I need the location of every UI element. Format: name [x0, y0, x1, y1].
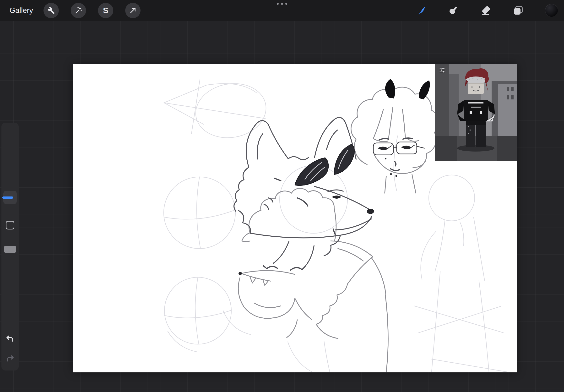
- smudge-icon[interactable]: [447, 5, 459, 16]
- undo-arrow-icon: [6, 334, 14, 343]
- reference-image[interactable]: [435, 64, 517, 161]
- reference-photo-content: [435, 64, 517, 161]
- wrench-icon: [47, 7, 55, 14]
- undo-button[interactable]: [6, 334, 14, 343]
- selection-button[interactable]: S: [98, 3, 113, 18]
- magic-wand-icon: [75, 7, 82, 14]
- drawing-canvas[interactable]: [73, 64, 517, 372]
- actions-button[interactable]: [43, 3, 59, 18]
- modify-button[interactable]: [6, 221, 14, 229]
- ellipsis-icon: [285, 3, 287, 5]
- brush-icon[interactable]: [415, 5, 426, 16]
- hsl-sliders-icon[interactable]: [439, 67, 445, 73]
- eraser-icon[interactable]: [480, 5, 491, 16]
- redo-arrow-icon: [6, 354, 14, 363]
- color-swatch[interactable]: [545, 4, 558, 17]
- redo-button[interactable]: [6, 354, 14, 363]
- selection-s-icon: S: [103, 6, 109, 14]
- brush-size-slider[interactable]: [3, 191, 17, 204]
- brush-size-indicator: [2, 196, 13, 199]
- layers-icon[interactable]: [512, 5, 524, 16]
- transform-arrow-icon: [129, 7, 137, 14]
- ellipsis-icon: [281, 3, 283, 5]
- opacity-slider[interactable]: [4, 246, 16, 253]
- top-toolbar: Gallery S: [0, 0, 564, 21]
- procreate-workspace: Gallery S: [0, 0, 564, 392]
- side-toolbar: [1, 123, 19, 370]
- transform-button[interactable]: [125, 3, 140, 18]
- adjustments-button[interactable]: [71, 3, 86, 18]
- gallery-button[interactable]: Gallery: [10, 6, 33, 15]
- ellipsis-icon: [277, 3, 279, 5]
- more-options-button[interactable]: [277, 3, 287, 5]
